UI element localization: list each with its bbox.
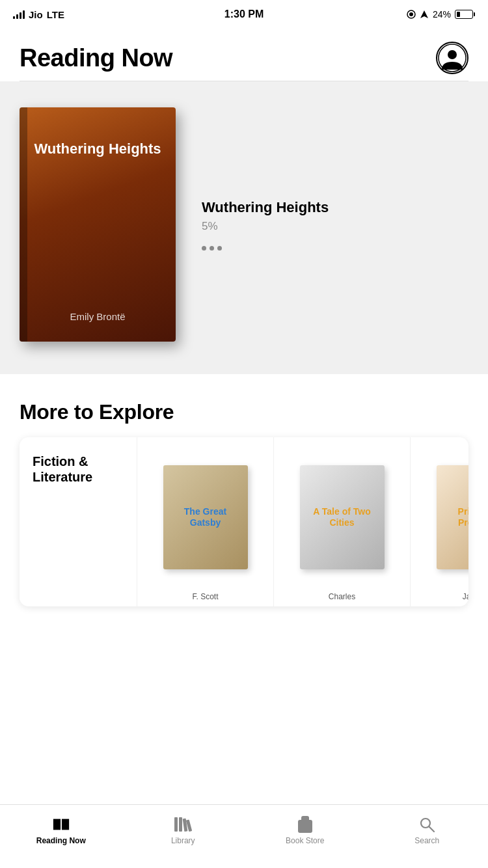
- explore-section: More to Explore Fiction & Literature The…: [0, 374, 488, 619]
- status-bar: Jio LTE 1:30 PM 24%: [0, 0, 488, 29]
- page-header: Reading Now: [0, 29, 488, 81]
- tab-bar: Reading Now Library Book Store: [0, 804, 488, 868]
- svg-rect-8: [64, 824, 66, 824]
- tab-book-store[interactable]: Book Store: [279, 815, 331, 845]
- pride-author: Jane Aus: [411, 591, 468, 606]
- dot3: [217, 246, 222, 251]
- status-left: Jio LTE: [13, 9, 64, 20]
- tab-library-label: Library: [171, 836, 195, 845]
- mini-book-gatsby[interactable]: The Great Gatsby F. Scott: [137, 437, 273, 606]
- gatsby-author: F. Scott: [137, 591, 273, 606]
- page-title: Reading Now: [20, 44, 172, 72]
- book-store-icon: [296, 815, 314, 834]
- tale-book-image: A Tale of Two Cities: [300, 465, 385, 569]
- signal-bars-icon: [13, 10, 25, 19]
- library-icon: [174, 815, 192, 834]
- tab-book-store-label: Book Store: [286, 836, 324, 845]
- fiction-card[interactable]: Fiction & Literature The Great Gatsby F.…: [20, 437, 468, 606]
- reading-now-icon: [52, 815, 70, 834]
- svg-rect-9: [174, 817, 178, 832]
- dot2: [210, 246, 214, 251]
- profile-button[interactable]: [436, 42, 468, 74]
- fiction-books-list: The Great Gatsby F. Scott A Tale of Two …: [137, 437, 468, 606]
- mini-book-tale[interactable]: A Tale of Two Cities Charles: [273, 437, 410, 606]
- explore-title: More to Explore: [20, 400, 488, 424]
- tab-search[interactable]: Search: [401, 815, 453, 845]
- tab-reading-now[interactable]: Reading Now: [35, 815, 87, 845]
- svg-rect-10: [179, 817, 182, 832]
- current-book-cover[interactable]: Wuthering Heights Emily Brontë: [20, 107, 176, 342]
- status-time: 1:30 PM: [224, 8, 264, 20]
- battery-percent: 24%: [433, 9, 451, 20]
- svg-point-0: [409, 12, 413, 16]
- book-title: Wuthering Heights: [202, 199, 468, 216]
- svg-rect-5: [55, 821, 58, 822]
- carrier-label: Jio: [29, 9, 43, 20]
- profile-icon: [438, 44, 467, 72]
- location-icon: [407, 10, 416, 19]
- svg-line-17: [429, 826, 435, 832]
- battery-icon: [455, 10, 475, 19]
- tab-search-label: Search: [414, 836, 439, 845]
- mini-book-pride[interactable]: Pride and Prejudice Jane Aus: [410, 437, 468, 606]
- navigation-icon: [420, 10, 429, 19]
- svg-rect-6: [55, 824, 58, 824]
- tab-reading-now-label: Reading Now: [36, 836, 86, 845]
- fiction-label: Fiction & Literature: [20, 437, 137, 606]
- tab-library[interactable]: Library: [157, 815, 209, 845]
- gatsby-book-image: The Great Gatsby: [163, 465, 248, 569]
- dot1: [202, 246, 206, 251]
- search-icon: [418, 815, 436, 834]
- pride-book-image: Pride and Prejudice: [437, 465, 469, 569]
- gatsby-title: The Great Gatsby: [170, 506, 241, 528]
- pride-cover-area: Pride and Prejudice: [411, 437, 468, 591]
- svg-point-4: [448, 50, 457, 59]
- tale-cover-area: A Tale of Two Cities: [274, 437, 410, 591]
- svg-marker-2: [420, 10, 428, 18]
- tale-author: Charles: [274, 591, 410, 606]
- tale-title: A Tale of Two Cities: [306, 506, 378, 528]
- cover-title: Wuthering Heights: [34, 140, 161, 159]
- book-more-button[interactable]: [202, 246, 468, 251]
- svg-rect-13: [299, 821, 312, 832]
- cover-author: Emily Brontë: [70, 311, 125, 322]
- book-progress: 5%: [202, 220, 468, 233]
- fiction-category: Fiction & Literature: [33, 454, 124, 485]
- network-label: LTE: [47, 9, 64, 20]
- reading-section: Wuthering Heights Emily Brontë Wuthering…: [0, 81, 488, 374]
- pride-title: Pride and Prejudice: [443, 506, 469, 528]
- status-right: 24%: [407, 9, 475, 20]
- svg-rect-7: [64, 821, 66, 822]
- book-info: Wuthering Heights 5%: [202, 199, 468, 251]
- gatsby-cover-area: The Great Gatsby: [137, 437, 273, 591]
